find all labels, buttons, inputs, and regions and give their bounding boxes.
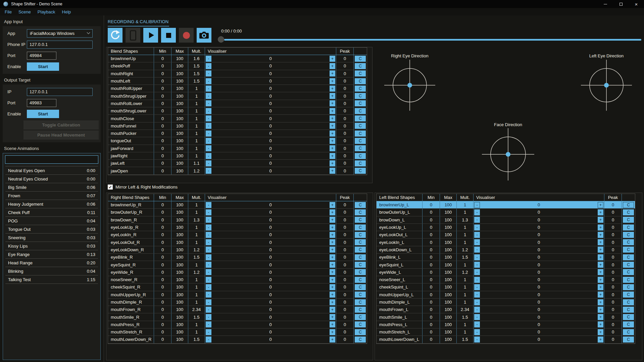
table-row[interactable]: browOuterUp_L01001-0+0C (377, 209, 635, 216)
table-row[interactable]: jawForward01001-0+0C (108, 145, 367, 152)
calibrate-button[interactable]: C (355, 78, 366, 84)
pause-head-movement-button[interactable]: Pause Head Movement (23, 131, 99, 140)
table-row[interactable]: eyeLookDown_R01001.2-0+0C (108, 246, 367, 254)
increase-button[interactable]: + (330, 262, 335, 268)
decrease-button[interactable]: - (206, 70, 211, 76)
increase-button[interactable]: + (330, 138, 335, 144)
table-row[interactable]: eyeLookDown_L01001.2-0+0C (377, 246, 635, 254)
table-row[interactable]: eyeBlink_R01001.5-0+0C (108, 254, 367, 261)
increase-button[interactable]: + (598, 262, 603, 268)
calibrate-button[interactable]: C (355, 70, 366, 76)
calibrate-button[interactable]: C (355, 299, 366, 305)
calibrate-button[interactable]: C (355, 292, 366, 298)
increase-button[interactable]: + (330, 299, 335, 305)
calibrate-button[interactable]: C (355, 202, 366, 208)
table-row[interactable]: eyeBlink_L01001.5-0+0C (377, 254, 635, 261)
calibrate-button[interactable]: C (355, 307, 366, 313)
decrease-button[interactable]: - (206, 131, 211, 137)
output-ip-input[interactable] (27, 88, 93, 96)
increase-button[interactable]: + (330, 247, 335, 253)
calibrate-button[interactable]: C (623, 239, 634, 245)
calibrate-button[interactable]: C (623, 217, 634, 223)
calibrate-button[interactable]: C (355, 217, 366, 223)
decrease-button[interactable]: - (206, 93, 211, 99)
table-row[interactable]: eyeWide_L01001.2-0+0C (377, 269, 635, 276)
decrease-button[interactable]: - (474, 299, 480, 305)
animation-item[interactable]: Heavy Judgement0:06 (5, 200, 98, 208)
increase-button[interactable]: + (598, 307, 603, 313)
timeline-slider-thumb[interactable] (218, 36, 224, 43)
decrease-button[interactable]: - (206, 115, 211, 121)
animation-item[interactable]: Big Smile0:06 (5, 183, 98, 192)
maximize-button[interactable] (613, 0, 629, 8)
calibrate-button[interactable]: C (623, 307, 634, 313)
calibrate-button[interactable]: C (355, 254, 366, 260)
increase-button[interactable]: + (598, 269, 603, 275)
decrease-button[interactable]: - (206, 321, 211, 327)
increase-button[interactable]: + (330, 321, 335, 327)
table-row[interactable]: mouthUpperUp_R01001-0+0C (108, 291, 367, 299)
calibrate-button[interactable]: C (623, 321, 634, 327)
decrease-button[interactable]: - (206, 337, 211, 343)
increase-button[interactable]: + (330, 115, 335, 121)
snapshot-button[interactable] (197, 28, 211, 43)
animation-item[interactable]: Tongue Out0:03 (5, 225, 98, 234)
increase-button[interactable]: + (330, 78, 335, 84)
calibrate-button[interactable]: C (355, 329, 366, 335)
increase-button[interactable]: + (330, 168, 335, 174)
increase-button[interactable]: + (330, 314, 335, 320)
table-row[interactable]: mouthFrown_L01002.34-0+0C (377, 306, 635, 313)
table-row[interactable]: mouthDimple_R01001-0+0C (108, 299, 367, 306)
toggle-calibration-button[interactable]: Toggle Calibration (23, 120, 99, 130)
app-select[interactable]: iFacialMocap Windows (27, 29, 93, 38)
animation-item[interactable]: Cheek Puff0:11 (5, 208, 98, 217)
increase-button[interactable]: + (598, 202, 603, 208)
calibrate-button[interactable]: C (355, 93, 366, 99)
increase-button[interactable]: + (598, 292, 603, 298)
increase-button[interactable]: + (330, 239, 335, 245)
animation-item[interactable]: POG0:04 (5, 217, 98, 225)
decrease-button[interactable]: - (206, 217, 211, 223)
increase-button[interactable]: + (598, 321, 603, 327)
calibrate-button[interactable]: C (355, 224, 366, 230)
table-row[interactable]: cheekSquint_R01001-0+0C (108, 283, 367, 291)
calibrate-button[interactable]: C (623, 277, 634, 283)
refresh-button[interactable] (108, 28, 122, 43)
table-row[interactable]: eyeLookUp_L01001-0+0C (377, 224, 635, 231)
tab-recording-calibration[interactable]: RECORDING & CALIBRATION (108, 19, 169, 27)
calibrate-button[interactable]: C (623, 292, 634, 298)
calibrate-button[interactable]: C (623, 247, 634, 253)
table-row[interactable]: browOuterUp_R01001-0+0C (108, 209, 367, 216)
decrease-button[interactable]: - (206, 153, 211, 159)
decrease-button[interactable]: - (474, 329, 480, 335)
table-row[interactable]: eyeLookIn_L01001-0+0C (377, 239, 635, 246)
increase-button[interactable]: + (598, 247, 603, 253)
table-row[interactable]: browInnerUp_L01001-0+0C (377, 201, 635, 209)
decrease-button[interactable]: - (206, 239, 211, 245)
app-start-button[interactable]: Start (27, 62, 59, 71)
table-row[interactable]: tongueOut01001-0+0C (108, 137, 367, 145)
decrease-button[interactable]: - (206, 254, 211, 260)
increase-button[interactable]: + (598, 337, 603, 343)
increase-button[interactable]: + (330, 217, 335, 223)
increase-button[interactable]: + (330, 292, 335, 298)
menu-playback[interactable]: Playback (34, 9, 59, 14)
increase-button[interactable]: + (598, 254, 603, 260)
calibrate-button[interactable]: C (623, 337, 634, 343)
calibrate-button[interactable]: C (355, 232, 366, 238)
animation-item[interactable]: Eye Range0:13 (5, 250, 98, 259)
increase-button[interactable]: + (598, 329, 603, 335)
table-row[interactable]: mouthLowerDown_L01001.5-0+0C (377, 336, 635, 343)
calibrate-button[interactable]: C (355, 337, 366, 343)
increase-button[interactable]: + (598, 277, 603, 283)
decrease-button[interactable]: - (206, 262, 211, 268)
increase-button[interactable]: + (330, 202, 335, 208)
calibrate-button[interactable]: C (623, 269, 634, 275)
calibrate-button[interactable]: C (355, 168, 366, 174)
decrease-button[interactable]: - (474, 239, 480, 245)
calibrate-button[interactable]: C (623, 284, 634, 290)
calibrate-button[interactable]: C (623, 262, 634, 268)
decrease-button[interactable]: - (206, 209, 211, 215)
table-row[interactable]: mouthStretch_R01001-0+0C (108, 328, 367, 336)
increase-button[interactable]: + (330, 232, 335, 238)
